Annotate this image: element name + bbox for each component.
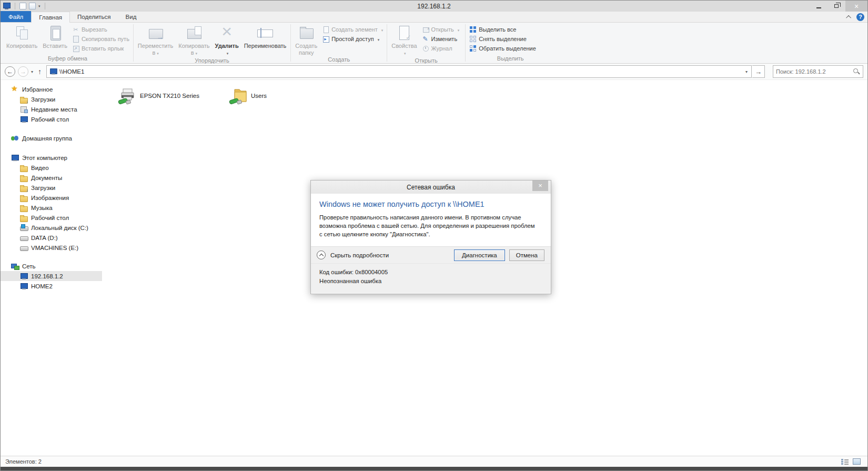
address-dropdown-icon[interactable]: ▾ <box>742 69 751 74</box>
diagnose-button[interactable]: Диагностика <box>454 249 505 261</box>
sidebar-item-downloads[interactable]: ↓ Загрузки <box>1 94 102 104</box>
thumbnails-view-icon[interactable] <box>853 458 861 465</box>
desktop-icon <box>20 116 27 123</box>
tab-home[interactable]: Главная <box>31 12 70 23</box>
select-none-icon <box>469 35 477 43</box>
search-input[interactable] <box>776 68 853 75</box>
hide-details-toggle[interactable]: Скрыть подробности <box>330 252 389 258</box>
sidebar-item-desktop-pc[interactable]: Рабочий стол <box>1 213 102 223</box>
dialog-titlebar: Сетевая ошибка × <box>311 181 551 194</box>
recent-places-icon <box>20 106 27 113</box>
network-pc-icon <box>20 283 27 290</box>
shared-printer-icon <box>117 86 137 106</box>
minimize-button[interactable] <box>810 1 827 12</box>
sidebar-item-downloads-pc[interactable]: ↓ Загрузки <box>1 183 102 193</box>
details-view-icon[interactable] <box>841 458 849 465</box>
paste-shortcut-icon <box>72 45 79 52</box>
address-bar[interactable]: \\HOME1 ▾ <box>46 65 752 78</box>
go-button[interactable]: → <box>752 65 765 78</box>
collapse-ribbon-icon[interactable] <box>846 15 851 21</box>
hide-details-chevron-icon[interactable] <box>317 250 326 259</box>
sidebar-item-favorites[interactable]: Избранное <box>1 84 102 94</box>
up-button[interactable]: ↑ <box>36 67 44 76</box>
open-button[interactable]: Открыть <box>420 25 462 34</box>
select-none-button[interactable]: Снять выделение <box>467 34 538 44</box>
new-item-button[interactable]: Создать элемент <box>320 25 385 34</box>
recent-locations-dropdown-icon[interactable]: ▾ <box>31 69 33 74</box>
paste-shortcut-button[interactable]: Вставить ярлык <box>70 44 132 53</box>
sidebar-item-network[interactable]: Сеть <box>1 261 102 271</box>
ribbon-group-create: Создать папку Создать элемент Простой до… <box>291 23 386 63</box>
tab-view[interactable]: Вид <box>118 11 144 22</box>
rename-button[interactable]: Переименовать <box>241 23 289 49</box>
sidebar-item-192-168-1-2[interactable]: 192.168.1.2 <box>1 271 102 281</box>
paste-button[interactable]: Вставить <box>40 23 70 49</box>
copy-to-icon <box>185 24 203 42</box>
sidebar-item-local-disk-c[interactable]: Локальный диск (C:) <box>1 223 102 233</box>
dialog-close-button[interactable]: × <box>532 181 548 191</box>
network-computer-icon <box>49 68 56 75</box>
cut-button[interactable]: Вырезать <box>70 25 132 34</box>
new-folder-button[interactable]: Создать папку <box>292 23 320 56</box>
help-icon[interactable]: ? <box>856 13 864 21</box>
drive-icon <box>20 234 27 242</box>
search-box[interactable] <box>773 65 863 78</box>
properties-button[interactable]: Свойства <box>389 23 419 57</box>
copy-button[interactable]: Копировать <box>4 23 40 49</box>
copy-icon <box>13 24 31 42</box>
select-all-button[interactable]: Выделить все <box>467 25 538 34</box>
group-label-create: Создать <box>292 56 385 63</box>
history-button[interactable]: Журнал <box>420 44 462 53</box>
easy-access-button[interactable]: Простой доступ <box>320 34 385 44</box>
sidebar-item-home2[interactable]: HOME2 <box>1 281 102 291</box>
pictures-folder-icon <box>20 194 27 202</box>
open-icon <box>422 26 429 33</box>
sidebar-item-vmachines-e[interactable]: VMACHINES (E:) <box>1 243 102 253</box>
window-title: 192.168.1.2 <box>1 3 867 10</box>
explorer-window: ▾ 192.168.1.2 × Файл Главная Поделиться … <box>0 0 868 471</box>
ribbon-group-organize: Переместить в Копировать в Удалить Переи… <box>134 23 290 63</box>
dialog-message: Проверьте правильность написания данного… <box>319 214 537 238</box>
group-label-select: Выделить <box>467 55 553 63</box>
delete-icon <box>218 24 236 42</box>
copy-to-button[interactable]: Копировать в <box>176 23 212 57</box>
edit-button[interactable]: Изменить <box>420 34 462 44</box>
sidebar-item-desktop[interactable]: Рабочий стол <box>1 114 102 124</box>
scissors-icon <box>72 26 79 33</box>
downloads-folder-icon: ↓ <box>20 96 27 103</box>
sidebar-item-this-pc[interactable]: Этот компьютер <box>1 153 102 163</box>
sidebar-item-pictures[interactable]: Изображения <box>1 193 102 203</box>
sidebar-item-videos[interactable]: Видео <box>1 163 102 173</box>
ribbon-group-select: Выделить все Снять выделение Обратить вы… <box>466 23 554 63</box>
group-label-clipboard: Буфер обмена <box>4 55 132 63</box>
item-label: EPSON TX210 Series <box>140 93 199 99</box>
restore-button[interactable] <box>827 1 845 12</box>
network-icon <box>11 263 18 270</box>
sidebar-item-data-d[interactable]: DATA (D:) <box>1 233 102 243</box>
properties-icon <box>395 24 413 42</box>
tab-share[interactable]: Поделиться <box>70 11 118 22</box>
drive-icon <box>20 244 27 252</box>
tab-file[interactable]: Файл <box>1 11 31 22</box>
new-item-icon <box>322 26 329 33</box>
window-controls: × <box>810 1 867 12</box>
invert-selection-button[interactable]: Обратить выделение <box>467 44 538 53</box>
cancel-button[interactable]: Отмена <box>509 249 544 261</box>
dialog-title: Сетевая ошибка <box>407 184 455 191</box>
star-icon <box>11 86 18 93</box>
forward-button[interactable]: → <box>18 66 28 77</box>
close-button[interactable]: × <box>845 1 867 12</box>
shared-folder-item[interactable]: Users <box>228 86 267 106</box>
sidebar-item-homegroup[interactable]: Домашняя группа <box>1 133 102 143</box>
copy-path-button[interactable]: Скопировать путь <box>70 34 132 44</box>
move-to-button[interactable]: Переместить в <box>135 23 176 57</box>
move-to-icon <box>147 24 165 42</box>
back-button[interactable]: ← <box>5 66 15 77</box>
shared-printer-item[interactable]: EPSON TX210 Series <box>117 86 199 106</box>
delete-button[interactable]: Удалить <box>213 23 241 57</box>
sidebar-item-music[interactable]: Музыка <box>1 203 102 213</box>
sidebar-item-documents[interactable]: Документы <box>1 173 102 183</box>
sidebar-item-recent-places[interactable]: Недавние места <box>1 104 102 114</box>
computer-icon <box>11 154 18 162</box>
dialog-footer: Скрыть подробности Диагностика Отмена <box>311 246 551 264</box>
